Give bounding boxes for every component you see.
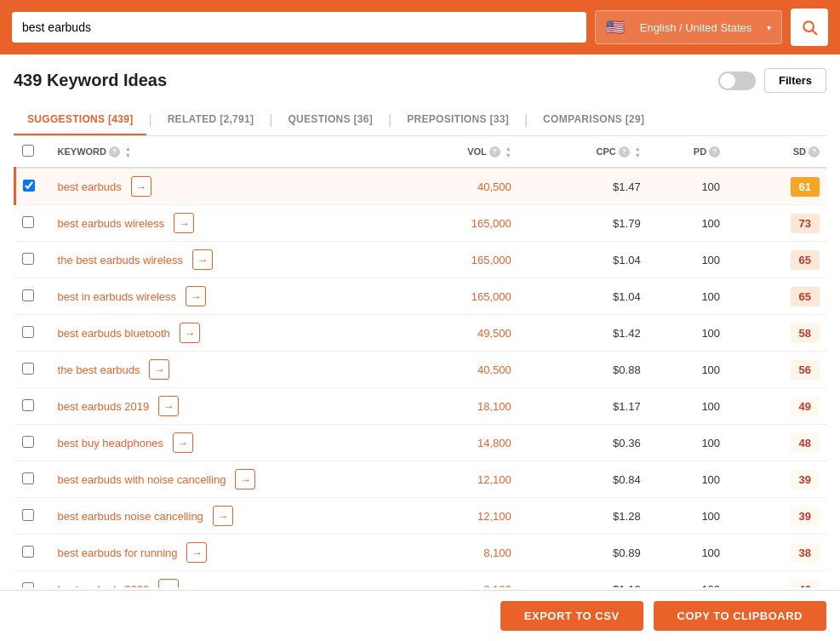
pd-col-label: PD: [694, 146, 706, 157]
sd-badge: 38: [791, 543, 820, 563]
vol-cell: 14,800: [389, 425, 518, 461]
keyword-link[interactable]: best earbuds wireless: [58, 217, 165, 230]
tab-prepositions[interactable]: PREPOSITIONS [33]: [393, 105, 523, 135]
row-checkbox[interactable]: [22, 509, 34, 521]
keyword-link[interactable]: best earbuds for running: [58, 547, 178, 559]
row-checkbox[interactable]: [22, 436, 34, 448]
keyword-link[interactable]: best earbuds: [58, 180, 122, 193]
cpc-cell: $0.88: [518, 352, 648, 388]
keyword-link[interactable]: best earbuds noise cancelling: [58, 510, 203, 523]
sd-badge: 49: [791, 397, 820, 416]
keyword-link[interactable]: the best earbuds wireless: [58, 254, 183, 266]
tab-divider: |: [267, 113, 274, 127]
sd-cell: 39: [727, 498, 826, 535]
keyword-cell: best earbuds bluetooth →: [51, 315, 389, 352]
vol-col-label: VOL: [467, 146, 487, 157]
svg-line-1: [813, 31, 817, 35]
pd-cell: 100: [648, 388, 727, 425]
footer-bar: EXPORT TO CSV COPY TO CLIPBOARD: [0, 590, 840, 641]
pd-cell: 100: [648, 535, 727, 571]
export-csv-button[interactable]: EXPORT TO CSV: [500, 601, 643, 631]
keyword-cell: the best earbuds →: [51, 352, 389, 388]
keyword-arrow-btn[interactable]: →: [131, 176, 151, 197]
row-checkbox[interactable]: [22, 216, 34, 228]
vol-cell: 165,000: [389, 205, 518, 242]
keyword-arrow-btn[interactable]: →: [213, 506, 233, 526]
tab-suggestions[interactable]: SUGGESTIONS [439]: [14, 105, 146, 135]
keyword-link[interactable]: best buy headphones: [58, 437, 163, 449]
keyword-cell: best earbuds noise cancelling →: [51, 498, 389, 535]
keyword-arrow-btn[interactable]: →: [180, 323, 200, 343]
filters-toggle[interactable]: [718, 72, 756, 90]
select-all-checkbox[interactable]: [22, 145, 34, 157]
keyword-info-icon[interactable]: ?: [109, 146, 120, 157]
keyword-arrow-btn[interactable]: →: [235, 469, 255, 489]
tab-comparisons[interactable]: COMPARISONS [29]: [529, 105, 658, 135]
cpc-info-icon[interactable]: ?: [619, 146, 630, 157]
search-input[interactable]: best earbuds: [12, 12, 586, 43]
row-checkbox-cell: [15, 388, 51, 425]
keyword-link[interactable]: best earbuds 2020: [58, 583, 150, 588]
search-button[interactable]: [791, 9, 828, 46]
row-checkbox[interactable]: [22, 472, 34, 484]
sd-badge: 56: [791, 360, 820, 380]
vol-info-icon[interactable]: ?: [489, 146, 500, 157]
filters-button[interactable]: Filters: [764, 68, 826, 93]
flag-icon: 🇺🇸: [606, 18, 625, 37]
row-checkbox[interactable]: [22, 546, 34, 558]
keyword-link[interactable]: best earbuds 2019: [58, 400, 150, 413]
chevron-down-icon: ▾: [767, 23, 771, 32]
keyword-arrow-btn[interactable]: →: [158, 579, 179, 587]
cpc-cell: $1.10: [518, 571, 648, 588]
search-input-wrapper: best earbuds: [12, 12, 586, 43]
keyword-link[interactable]: best earbuds with noise cancelling: [58, 473, 226, 486]
keyword-arrow-btn[interactable]: →: [173, 432, 193, 453]
row-checkbox[interactable]: [22, 326, 34, 338]
tab-questions[interactable]: QUESTIONS [36]: [274, 105, 386, 135]
sd-badge: 39: [791, 470, 820, 489]
keyword-arrow-btn[interactable]: →: [158, 396, 179, 416]
table-row: best earbuds 2019 → 18,100 $1.17 100 49: [15, 388, 827, 425]
sd-info-icon[interactable]: ?: [809, 146, 820, 157]
sd-cell: 56: [727, 352, 826, 388]
sd-cell: 65: [727, 278, 826, 315]
table-row: best buy headphones → 14,800 $0.36 100 4…: [15, 425, 827, 461]
keyword-link[interactable]: best earbuds bluetooth: [58, 327, 170, 340]
sd-badge: 65: [791, 250, 820, 270]
row-checkbox[interactable]: [22, 363, 34, 375]
table-row: best earbuds wireless → 165,000 $1.79 10…: [15, 205, 827, 242]
row-checkbox[interactable]: [22, 253, 34, 265]
row-checkbox[interactable]: [23, 180, 35, 192]
keyword-arrow-btn[interactable]: →: [149, 359, 169, 380]
title-row: 439 Keyword Ideas Filters: [14, 68, 826, 93]
keyword-link[interactable]: best in earbuds wireless: [58, 290, 176, 303]
row-checkbox[interactable]: [22, 289, 34, 301]
language-label: English / United States: [640, 21, 752, 34]
row-checkbox[interactable]: [22, 399, 34, 411]
keyword-arrow-btn[interactable]: →: [174, 213, 194, 233]
table-row: the best earbuds wireless → 165,000 $1.0…: [15, 242, 827, 278]
sd-cell: 58: [727, 315, 826, 352]
keyword-header: KEYWORD ? ▲▼: [51, 136, 389, 168]
cpc-cell: $1.79: [518, 205, 648, 242]
vol-sort[interactable]: ▲▼: [506, 146, 511, 158]
tab-related[interactable]: RELATED [2,791]: [154, 105, 268, 135]
sd-badge: 39: [791, 507, 820, 526]
keyword-cell: best earbuds 2019 →: [51, 388, 389, 425]
pd-cell: 100: [648, 242, 727, 278]
cpc-sort[interactable]: ▲▼: [635, 146, 641, 158]
row-checkbox[interactable]: [22, 582, 34, 588]
language-selector[interactable]: 🇺🇸 English / United States ▾: [595, 10, 782, 44]
pd-cell: 100: [648, 425, 727, 461]
pd-info-icon[interactable]: ?: [709, 146, 720, 157]
keyword-arrow-btn[interactable]: →: [186, 286, 206, 306]
sd-cell: 38: [727, 535, 826, 571]
keyword-arrow-btn[interactable]: →: [192, 249, 213, 270]
keyword-sort[interactable]: ▲▼: [125, 146, 131, 158]
keyword-arrow-btn[interactable]: →: [186, 542, 207, 563]
keyword-cell: best earbuds →: [51, 168, 389, 205]
copy-clipboard-button[interactable]: COPY TO CLIPBOARD: [654, 601, 826, 631]
row-checkbox-cell: [15, 315, 51, 352]
keyword-link[interactable]: the best earbuds: [58, 363, 140, 376]
keyword-cell: best earbuds for running →: [51, 535, 389, 571]
